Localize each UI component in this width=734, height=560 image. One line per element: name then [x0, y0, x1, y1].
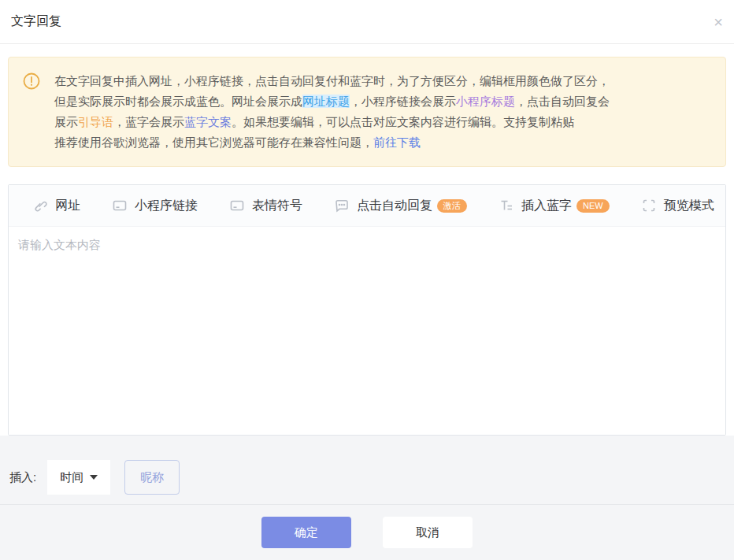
emoji-card-icon [229, 198, 245, 213]
new-badge: NEW [576, 199, 610, 213]
time-dropdown[interactable]: 时间 [47, 460, 110, 495]
toolbar-url-button[interactable]: 网址 [32, 198, 80, 214]
link-icon [32, 198, 48, 213]
notice-line-3: 展示引导语，蓝字会展示蓝字文案。如果想要编辑，可以点击对应文案内容进行编辑。支持… [54, 112, 610, 132]
time-dropdown-label: 时间 [60, 470, 83, 485]
editor-toolbar: 网址 小程序链接 表情符号 [9, 185, 725, 227]
notice-icon-column [9, 71, 54, 153]
chevron-down-icon [90, 475, 98, 480]
notice-banner: 在文字回复中插入网址，小程序链接，点击自动回复付和蓝字时，为了方便区分，编辑框用… [8, 57, 726, 167]
miniprogram-card-icon [112, 198, 128, 213]
close-icon[interactable]: × [714, 14, 723, 30]
reply-text-input[interactable] [9, 227, 725, 435]
notice-line4-pre: 推荐使用谷歌浏览器，使用其它浏览器可能存在兼容性问题， [54, 135, 373, 149]
insert-bluetext-icon [499, 198, 514, 213]
cancel-button[interactable]: 取消 [383, 517, 473, 548]
activated-badge: 激活 [437, 199, 467, 213]
nickname-button[interactable]: 昵称 [124, 460, 180, 495]
toolbar-miniprogram-label: 小程序链接 [135, 198, 198, 214]
toolbar-preview-button[interactable]: 预览模式 [641, 198, 714, 214]
toolbar-emoji-label: 表情符号 [252, 198, 302, 214]
dialog-footer: 确定 取消 [0, 504, 734, 560]
notice-line-2: 但是实际展示时都会展示成蓝色。网址会展示成网址标题，小程序链接会展示小程序标题，… [54, 91, 610, 112]
notice-text: 在文字回复中插入网址，小程序链接，点击自动回复付和蓝字时，为了方便区分，编辑框用… [54, 71, 610, 153]
toolbar-autoreply-label: 点击自动回复 [357, 198, 432, 214]
toolbar-preview-label: 预览模式 [664, 198, 714, 214]
toolbar-bluetext-label: 插入蓝字 [521, 198, 572, 214]
toolbar-autoreply-button[interactable]: 点击自动回复 激活 [334, 198, 467, 214]
notice-line3-mid: ，蓝字会展示 [113, 115, 184, 128]
toolbar-bluetext-button[interactable]: 插入蓝字 NEW [499, 198, 610, 214]
notice-line3-post: 。如果想要编辑，可以点击对应文案内容进行编辑。支持复制粘贴 [232, 115, 574, 128]
speech-bubble-icon [334, 198, 350, 213]
toolbar-miniprogram-button[interactable]: 小程序链接 [112, 198, 198, 214]
reply-editor: 网址 小程序链接 表情符号 [8, 184, 726, 436]
notice-line3-pre: 展示 [54, 115, 78, 128]
bluetext-copy-token[interactable]: 蓝字文案 [184, 115, 232, 128]
notice-line-1: 在文字回复中插入网址，小程序链接，点击自动回复付和蓝字时，为了方便区分，编辑框用… [54, 71, 610, 91]
info-exclamation-icon [23, 72, 40, 153]
dialog-bottom-section: 插入: 时间 昵称 确定 取消 [0, 436, 734, 560]
notice-line2-post: ，点击自动回复会 [515, 95, 610, 108]
toolbar-emoji-button[interactable]: 表情符号 [229, 198, 302, 214]
url-title-token[interactable]: 网址标题 [302, 95, 350, 108]
notice-line1-text: 在文字回复中插入网址，小程序链接，点击自动回复付和蓝字时，为了方便区分，编辑框用… [54, 74, 610, 87]
notice-line2-pre: 但是实际展示时都会展示成蓝色。网址会展示成 [54, 95, 302, 108]
miniprogram-title-token[interactable]: 小程序标题 [456, 95, 515, 108]
download-link[interactable]: 前往下载 [373, 135, 421, 149]
notice-line2-mid: ，小程序链接会展示 [350, 95, 456, 108]
toolbar-url-label: 网址 [55, 198, 80, 214]
dialog-title: 文字回复 [11, 13, 61, 30]
insert-variable-row: 插入: 时间 昵称 [0, 436, 734, 495]
text-reply-dialog: 文字回复 × 在文字回复中插入网址，小程序链接，点击自动回复付和蓝字时，为了方便… [0, 0, 734, 560]
dialog-header: 文字回复 × [0, 0, 734, 44]
guide-text-token[interactable]: 引导语 [78, 115, 113, 128]
confirm-button[interactable]: 确定 [261, 517, 351, 548]
insert-label: 插入: [9, 470, 36, 485]
preview-frame-icon [641, 198, 657, 213]
notice-line-4: 推荐使用谷歌浏览器，使用其它浏览器可能存在兼容性问题，前往下载 [54, 132, 610, 153]
